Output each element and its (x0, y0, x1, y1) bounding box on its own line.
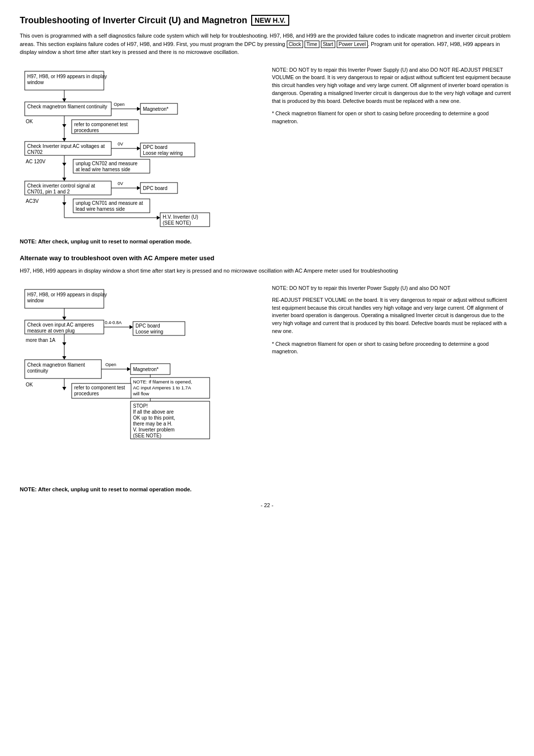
svg-text:0.4-0.8A: 0.4-0.8A (105, 320, 122, 325)
svg-marker-8 (137, 107, 140, 111)
svg-marker-72 (62, 342, 66, 346)
svg-text:refer to component test: refer to component test (74, 385, 125, 390)
svg-text:Open: Open (105, 362, 116, 367)
right-note-2: NOTE: DO NOT try to repair this Inverter… (272, 284, 514, 292)
svg-text:STOP!: STOP! (133, 403, 148, 409)
svg-text:0V: 0V (118, 142, 123, 146)
svg-marker-19 (62, 138, 66, 142)
svg-text:Open: Open (114, 102, 125, 107)
svg-marker-80 (127, 367, 131, 371)
diagram1-notes: NOTE: DO NOT try to repair this Inverter… (262, 66, 514, 244)
svg-marker-30 (62, 163, 66, 166)
svg-marker-4 (62, 98, 66, 102)
section2-heading: Alternate way to troubleshoot oven with … (20, 254, 514, 262)
svg-text:V. Inverter problem: V. Inverter problem (133, 427, 175, 432)
diagram2-notes: NOTE: DO NOT try to repair this Inverter… (262, 284, 514, 492)
clock-key: Clock (287, 41, 303, 48)
svg-text:H97, H98, or H99 appears in di: H97, H98, or H99 appears in display (27, 292, 107, 297)
right-note-1: NOTE: DO NOT try to repair this Inverter… (272, 66, 514, 105)
svg-text:Check magnetron filament: Check magnetron filament (27, 362, 85, 368)
svg-text:OK up to this point,: OK up to this point, (133, 415, 175, 421)
svg-text:there may be a H.: there may be a H. (133, 421, 172, 426)
start-key: Start (321, 41, 335, 48)
right-note-2b: RE-ADJUST PRESET VOLUME on the board. It… (272, 296, 514, 335)
svg-text:If all the above are: If all the above are (133, 409, 174, 415)
svg-text:Check magnetron filament conti: Check magnetron filament continuity (27, 104, 107, 109)
svg-text:Magnetron*: Magnetron* (143, 106, 169, 112)
page-number: - 22 - (20, 502, 514, 508)
time-key: Time (305, 41, 319, 48)
svg-text:(SEE NOTE): (SEE NOTE) (163, 220, 191, 226)
intro-paragraph: This oven is programmed with a self diag… (20, 32, 514, 56)
svg-marker-61 (62, 317, 66, 320)
svg-marker-24 (137, 146, 140, 150)
svg-text:window: window (27, 80, 44, 85)
svg-text:AC 120V: AC 120V (26, 159, 45, 164)
svg-marker-98 (62, 387, 66, 390)
svg-marker-66 (130, 325, 133, 329)
svg-text:OK: OK (26, 382, 33, 387)
svg-text:0V: 0V (118, 181, 123, 186)
svg-text:procedures: procedures (74, 391, 99, 396)
svg-text:Magnetron*: Magnetron* (133, 367, 159, 372)
svg-marker-13 (62, 124, 66, 128)
svg-marker-53 (157, 216, 160, 220)
svg-text:(SEE NOTE): (SEE NOTE) (133, 433, 161, 438)
page-title: Troubleshooting of Inverter Circuit (U) … (20, 15, 514, 26)
diagram1-flowchart: H97, H98, or H99 appears in display wind… (20, 66, 257, 244)
new-hv-badge: NEW H.V. (251, 15, 289, 26)
svg-text:more than 1A: more than 1A (26, 337, 55, 343)
flowchart-svg-2: H97, H98, or H99 appears in display wind… (20, 284, 257, 482)
section2-intro: H97, H98, H99 appears in display window … (20, 267, 514, 275)
svg-text:unplug CN701 and measure at: unplug CN701 and measure at (76, 200, 143, 206)
svg-text:will flow: will flow (133, 391, 149, 396)
svg-marker-75 (62, 356, 66, 360)
svg-text:measure at oven plug: measure at oven plug (27, 328, 75, 333)
diagram2-flowchart: H97, H98, or H99 appears in display wind… (20, 284, 257, 492)
svg-text:Check Inverter input AC voltag: Check Inverter input AC voltages at (27, 143, 105, 149)
svg-text:lead wire harness side: lead wire harness side (76, 206, 125, 212)
svg-text:NOTE: If filament is opened,: NOTE: If filament is opened, (133, 379, 192, 384)
svg-text:DPC board: DPC board (143, 186, 167, 191)
svg-text:H.V. Inverter (U): H.V. Inverter (U) (163, 214, 198, 220)
svg-text:Check inverter control signal : Check inverter control signal at (27, 183, 95, 189)
svg-text:Loose relay wiring: Loose relay wiring (143, 150, 183, 156)
svg-text:H97, H98, or H99 appears in di: H97, H98, or H99 appears in display (27, 74, 107, 79)
svg-text:OK: OK (26, 119, 33, 124)
svg-text:procedures: procedures (74, 128, 99, 133)
svg-marker-41 (137, 186, 140, 190)
power-level-key: Power Level (337, 41, 368, 48)
asterisk-note-1: * Check magnetron filament for open or s… (272, 110, 514, 126)
svg-text:DPC board: DPC board (135, 323, 160, 329)
svg-text:window: window (27, 298, 44, 303)
svg-text:CN701, pin 1 and 2: CN701, pin 1 and 2 (27, 189, 70, 194)
svg-text:DPC board: DPC board (143, 144, 167, 150)
svg-text:at lead wire harness side: at lead wire harness side (76, 167, 131, 172)
diagram1-section: H97, H98, or H99 appears in display wind… (20, 66, 514, 244)
svg-text:unplug CN702 and measure: unplug CN702 and measure (76, 161, 138, 166)
svg-marker-36 (62, 178, 66, 181)
svg-marker-46 (62, 202, 66, 206)
svg-text:Loose wiring: Loose wiring (135, 329, 163, 334)
svg-text:CN702: CN702 (27, 149, 43, 155)
asterisk-note-2: * Check magnetron filament for open or s… (272, 340, 514, 356)
svg-text:AC input Amperes 1 to 1.7A: AC input Amperes 1 to 1.7A (133, 385, 191, 390)
svg-text:continuity: continuity (27, 368, 48, 374)
flowchart-svg-1: H97, H98, or H99 appears in display wind… (20, 66, 257, 235)
note-after-1: NOTE: After check, unplug unit to reset … (20, 238, 257, 244)
svg-text:Check oven input AC amperes: Check oven input AC amperes (27, 322, 94, 328)
svg-text:AC3V: AC3V (26, 198, 39, 204)
diagram2-section: H97, H98, or H99 appears in display wind… (20, 284, 514, 492)
svg-text:refer to componenet test: refer to componenet test (74, 122, 128, 127)
note-after-2: NOTE: After check, unplug unit to reset … (20, 486, 257, 492)
